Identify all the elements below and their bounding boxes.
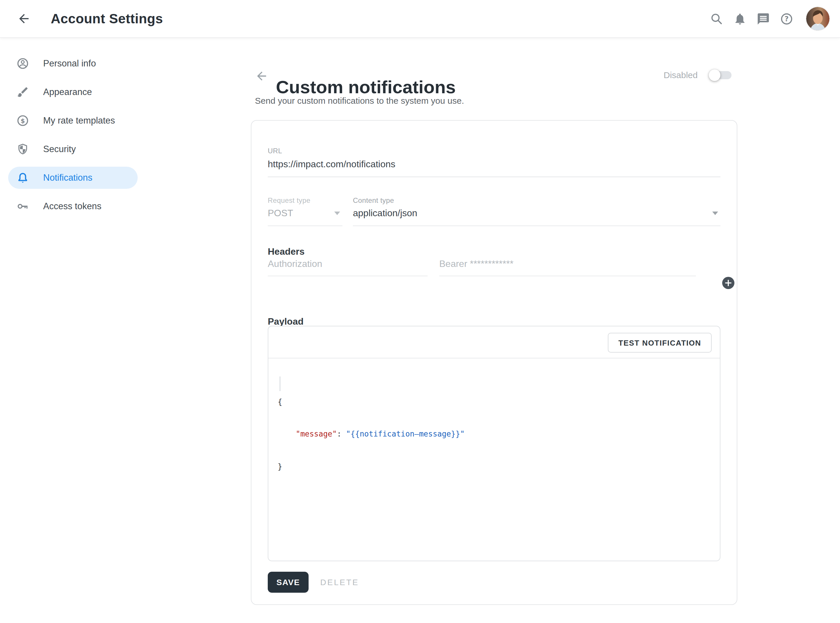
plus-icon xyxy=(725,280,731,286)
url-field: URL xyxy=(268,147,720,177)
code-line: } xyxy=(278,461,711,472)
request-type-value: POST xyxy=(268,208,293,219)
sidebar-item-label: Personal info xyxy=(43,58,96,69)
topbar-icons: ? xyxy=(710,7,829,30)
code-line: { xyxy=(278,397,711,408)
delete-button[interactable]: DELETE xyxy=(317,572,363,593)
sidebar-item-label: Access tokens xyxy=(43,201,102,212)
key-icon xyxy=(16,200,29,213)
page: Account Settings ? xyxy=(0,0,840,623)
content-type-label: Content type xyxy=(353,196,720,204)
app-title: Account Settings xyxy=(51,11,163,26)
sidebar-item-security[interactable]: Security xyxy=(8,138,138,160)
payload-editor: TEST NOTIFICATION { "message": "{{notifi… xyxy=(268,326,720,561)
header-value-input[interactable] xyxy=(439,256,696,276)
avatar[interactable] xyxy=(806,7,829,30)
url-label: URL xyxy=(268,147,720,155)
sidebar-item-my-rate-templates[interactable]: $ My rate templates xyxy=(8,110,138,132)
page-back-arrow-icon[interactable] xyxy=(255,69,268,83)
json-value: "{{notification—message}}" xyxy=(346,430,465,439)
sidebar-item-label: Notifications xyxy=(43,172,92,183)
page-title: Custom notifications xyxy=(276,77,456,98)
sidebar: Personal info Appearance $ My rate templ… xyxy=(0,37,153,224)
toggle-thumb xyxy=(709,69,720,81)
sidebar-item-label: Security xyxy=(43,144,76,155)
request-type-select[interactable]: Request type POST xyxy=(268,196,342,226)
page-subtitle: Send your custom notifications to the sy… xyxy=(255,95,464,106)
request-type-label: Request type xyxy=(268,196,342,204)
json-separator: : xyxy=(337,430,346,439)
content-type-select[interactable]: Content type application/json xyxy=(353,196,720,226)
notification-bell-icon[interactable] xyxy=(733,12,747,25)
chevron-down-icon xyxy=(334,212,340,215)
header-key-field xyxy=(268,256,428,276)
sidebar-item-notifications[interactable]: Notifications xyxy=(8,167,138,189)
url-input[interactable] xyxy=(268,155,720,176)
payload-toolbar: TEST NOTIFICATION xyxy=(268,326,720,358)
add-header-button[interactable] xyxy=(722,277,734,289)
json-key: "message" xyxy=(296,430,337,439)
header-value-field xyxy=(439,256,696,276)
chevron-down-icon xyxy=(712,212,718,215)
content-type-value: application/json xyxy=(353,208,417,219)
sidebar-item-access-tokens[interactable]: Access tokens xyxy=(8,195,138,217)
svg-text:$: $ xyxy=(21,117,25,124)
indent-guide xyxy=(279,376,281,391)
dollar-circle-icon: $ xyxy=(16,114,29,127)
enable-toggle[interactable] xyxy=(711,71,731,79)
svg-text:?: ? xyxy=(785,15,789,23)
topbar: Account Settings ? xyxy=(0,0,840,37)
test-notification-button[interactable]: TEST NOTIFICATION xyxy=(608,333,712,353)
payload-code[interactable]: { "message": "{{notification—message}}" … xyxy=(268,358,720,500)
notification-settings-card: URL Request type POST Content type appli… xyxy=(251,120,737,605)
help-icon[interactable]: ? xyxy=(780,12,793,25)
sidebar-item-label: Appearance xyxy=(43,87,92,97)
toggle-state-label: Disabled xyxy=(663,70,698,80)
bell-icon xyxy=(16,171,29,184)
payload-section-title: Payload xyxy=(268,316,304,327)
brush-icon xyxy=(16,86,29,98)
back-arrow-icon[interactable] xyxy=(17,12,31,26)
sidebar-item-label: My rate templates xyxy=(43,115,115,126)
shield-icon xyxy=(16,143,29,156)
sidebar-item-personal-info[interactable]: Personal info xyxy=(8,52,138,75)
code-line: "message": "{{notification—message}}" xyxy=(278,429,711,440)
headers-section-title: Headers xyxy=(268,247,305,257)
chat-icon[interactable] xyxy=(757,12,770,25)
sidebar-item-appearance[interactable]: Appearance xyxy=(8,81,138,103)
person-circle-icon xyxy=(16,57,29,70)
enable-toggle-group: Disabled xyxy=(663,70,731,80)
save-button[interactable]: SAVE xyxy=(268,572,309,593)
search-icon[interactable] xyxy=(710,12,723,25)
header-key-input[interactable] xyxy=(268,256,428,276)
